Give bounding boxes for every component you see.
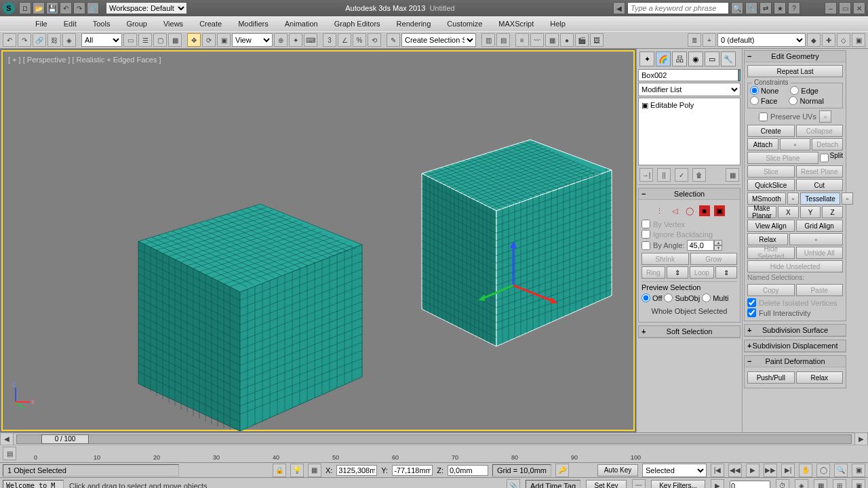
- preview-multi-radio[interactable]: [702, 293, 711, 302]
- delete-iso-checkbox[interactable]: [747, 298, 756, 307]
- viewport-perspective[interactable]: [ + ] [ Perspective ] [ Realistic + Edge…: [1, 50, 635, 431]
- save-icon[interactable]: 💾: [46, 2, 58, 14]
- nav3-icon[interactable]: ▦: [814, 479, 827, 489]
- detach-button[interactable]: Detach: [812, 138, 843, 150]
- modifier-stack[interactable]: ▣ Editable Poly: [638, 98, 741, 165]
- rect-select-button[interactable]: ▢: [153, 33, 167, 47]
- tab-create[interactable]: ✦: [639, 52, 654, 66]
- prev-frame-icon[interactable]: ◀◀: [728, 464, 742, 477]
- rollup-toggle-icon[interactable]: −: [642, 190, 646, 198]
- grow-button[interactable]: Grow: [690, 253, 738, 265]
- menu-edit[interactable]: Edit: [56, 18, 85, 30]
- loop-button[interactable]: Loop: [690, 266, 714, 279]
- star-icon[interactable]: ★: [774, 2, 786, 14]
- track-bar[interactable]: ▤ 0102030405060708090100: [0, 445, 868, 462]
- preserve-uvs-settings[interactable]: ▫: [819, 110, 831, 123]
- nav4-icon[interactable]: ⊞: [833, 479, 846, 489]
- current-frame-input[interactable]: [730, 481, 770, 489]
- nav2-icon[interactable]: ◈: [795, 479, 808, 489]
- schematic-button[interactable]: ▦: [545, 33, 559, 47]
- time-tag-icon[interactable]: 📎: [507, 479, 520, 489]
- next-frame-icon[interactable]: ▶▶: [764, 464, 777, 477]
- nav-pan-icon[interactable]: ✋: [799, 464, 812, 477]
- xform-type-icon[interactable]: ▦: [308, 464, 321, 477]
- spinner-down-icon[interactable]: ▼: [714, 245, 722, 251]
- tab-hierarchy[interactable]: 品: [672, 52, 687, 66]
- menu-rendering[interactable]: Rendering: [389, 18, 439, 30]
- auto-key-button[interactable]: Auto Key: [597, 464, 638, 476]
- tab-display[interactable]: ▭: [705, 52, 719, 66]
- menu-graph-editors[interactable]: Graph Editors: [326, 18, 389, 30]
- constraint-edge-radio[interactable]: [790, 86, 799, 95]
- hide-unselected-button[interactable]: Hide Unselected: [747, 260, 843, 272]
- msmooth-settings[interactable]: ▫: [787, 192, 800, 205]
- nav-max-icon[interactable]: ▣: [852, 464, 865, 477]
- snap-button[interactable]: 3: [323, 33, 336, 47]
- configure-sets-icon[interactable]: ▦: [726, 168, 739, 182]
- manip-button[interactable]: ✦: [289, 33, 302, 47]
- move-button[interactable]: ✥: [187, 33, 201, 47]
- scale-button[interactable]: ▣: [217, 33, 231, 47]
- show-end-result-icon[interactable]: ||: [657, 168, 671, 182]
- make-planar-button[interactable]: Make Planar: [747, 206, 776, 218]
- layer-btn3[interactable]: ◇: [837, 33, 850, 47]
- constraint-face-radio[interactable]: [750, 96, 759, 105]
- relax-button[interactable]: Relax: [747, 233, 788, 245]
- nav-arc-icon[interactable]: ◯: [816, 464, 830, 477]
- remove-mod-icon[interactable]: 🗑: [692, 168, 706, 182]
- menu-create[interactable]: Create: [191, 18, 230, 30]
- nav-zoom-icon[interactable]: 🔍: [834, 464, 848, 477]
- paste-button[interactable]: Paste: [796, 284, 844, 296]
- subobj-vertex-icon[interactable]: ⋮: [654, 205, 665, 216]
- key-target-select[interactable]: Selected: [642, 464, 707, 477]
- relax-settings[interactable]: ▫: [789, 233, 843, 245]
- menu-animation[interactable]: Animation: [277, 18, 326, 30]
- menu-maxscript[interactable]: MAXScript: [490, 18, 542, 30]
- repeat-last-button[interactable]: Repeat Last: [747, 65, 843, 77]
- undo-icon[interactable]: ↶: [60, 2, 72, 14]
- key-mode-icon[interactable]: 〰: [632, 479, 646, 489]
- rollup-toggle-icon[interactable]: +: [747, 326, 751, 334]
- by-angle-checkbox[interactable]: [642, 241, 650, 250]
- named-sel-button[interactable]: ✎: [387, 33, 400, 47]
- loop-spinner[interactable]: ⇕: [715, 266, 737, 279]
- tessellate-button[interactable]: Tessellate: [800, 192, 840, 205]
- timeslider-right-icon[interactable]: ▶: [854, 432, 868, 446]
- redo-icon[interactable]: ↷: [73, 2, 85, 14]
- planar-z-button[interactable]: Z: [822, 206, 843, 218]
- attach-list-button[interactable]: ▫: [780, 138, 811, 150]
- minimize-icon[interactable]: –: [825, 2, 837, 14]
- planar-y-button[interactable]: Y: [800, 206, 821, 218]
- layer-btn2[interactable]: ✚: [822, 33, 835, 47]
- coord-y-input[interactable]: [392, 465, 433, 476]
- layer-btn1[interactable]: ◆: [807, 33, 821, 47]
- preserve-uvs-checkbox[interactable]: [759, 113, 768, 121]
- ring-spinner[interactable]: ⇕: [667, 266, 688, 279]
- key-icon[interactable]: 🔑: [555, 464, 569, 477]
- exchange-icon[interactable]: ⇄: [760, 2, 772, 14]
- curve-editor-button[interactable]: 〰: [530, 33, 544, 47]
- tab-utilities[interactable]: 🔧: [721, 52, 736, 66]
- relax2-button[interactable]: Relax: [796, 371, 844, 384]
- help-icon[interactable]: ?: [788, 2, 800, 14]
- ref-coord-select[interactable]: View: [232, 33, 273, 47]
- constraint-normal-radio[interactable]: [789, 96, 797, 105]
- reset-plane-button[interactable]: Reset Plane: [796, 165, 844, 178]
- rollup-toggle-icon[interactable]: −: [747, 52, 751, 60]
- msmooth-button[interactable]: MSmooth: [747, 192, 786, 205]
- tessellate-settings[interactable]: ▫: [842, 192, 854, 205]
- ignore-backfacing-checkbox[interactable]: [642, 230, 650, 239]
- new-icon[interactable]: 🗋: [19, 2, 31, 14]
- object-color-swatch[interactable]: [738, 69, 741, 81]
- slice-button[interactable]: Slice: [747, 165, 795, 178]
- named-selection-select[interactable]: Create Selection Se: [401, 33, 476, 47]
- trackbar-toggle-icon[interactable]: ▤: [3, 447, 16, 460]
- layer-select[interactable]: 0 (default): [717, 33, 806, 47]
- grid-align-button[interactable]: Grid Align: [796, 220, 844, 232]
- chevron-left-icon[interactable]: ◀: [613, 2, 625, 14]
- view-align-button[interactable]: View Align: [747, 220, 795, 232]
- spinner-snap-button[interactable]: ⟲: [368, 33, 381, 47]
- bind-button[interactable]: ◈: [62, 33, 76, 47]
- unhide-all-button[interactable]: Unhide All: [796, 247, 844, 259]
- link-button[interactable]: 🔗: [33, 33, 46, 47]
